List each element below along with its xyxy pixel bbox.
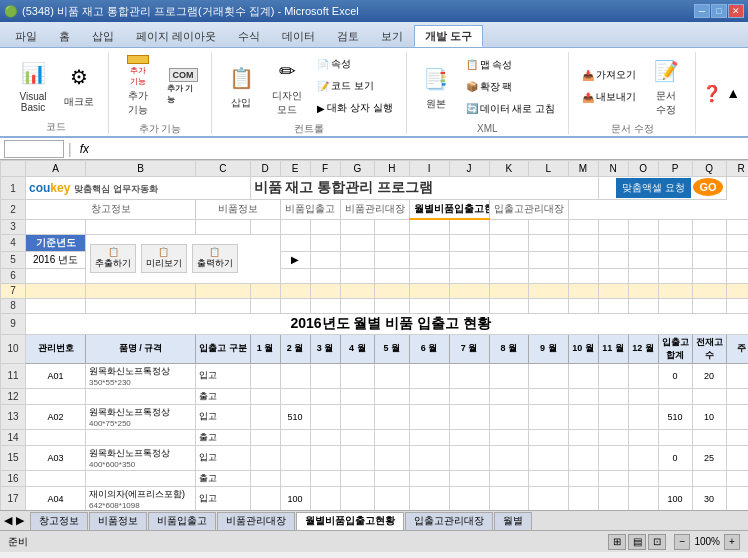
data-cell-r17-c15[interactable]: 100 — [658, 486, 692, 510]
cell-r8-c7[interactable] — [375, 298, 410, 313]
insert-control-button[interactable]: 📋 삽입 — [220, 59, 262, 113]
cell-r6-c12[interactable] — [658, 268, 692, 283]
data-cell-r14-c0[interactable] — [26, 429, 86, 445]
cell-r3-c4[interactable] — [280, 219, 310, 234]
data-cell-r17-c4[interactable]: 100 — [280, 486, 310, 510]
data-cell-r14-c3[interactable] — [250, 429, 280, 445]
cell-r3-c2[interactable] — [196, 219, 251, 234]
data-cell-r17-c7[interactable] — [375, 486, 410, 510]
match-request-button[interactable]: 맞춤액셀 요청 — [616, 178, 691, 198]
data-cell-r11-c14[interactable] — [628, 363, 658, 388]
cell-r8-c17[interactable] — [726, 298, 748, 313]
sheet-tab-월별비품입출고현황[interactable]: 월별비품입출고현황 — [296, 512, 404, 530]
data-cell-r12-c12[interactable] — [568, 388, 598, 404]
data-cell-r15-c8[interactable] — [409, 445, 449, 470]
row-number-15[interactable]: 15 — [1, 445, 26, 470]
data-cell-r17-c11[interactable] — [529, 486, 569, 510]
col-header-C[interactable]: C — [196, 161, 251, 177]
data-cell-r12-c6[interactable] — [340, 388, 375, 404]
cell-r3-c17[interactable] — [726, 219, 748, 234]
data-cell-r17-c12[interactable] — [568, 486, 598, 510]
cell-r8-c0[interactable] — [26, 298, 86, 313]
cell-r6-c7[interactable] — [489, 268, 529, 283]
col-header-K[interactable]: K — [489, 161, 529, 177]
ribbon-tab-검토[interactable]: 검토 — [326, 25, 370, 47]
data-cell-r12-c16[interactable] — [692, 388, 726, 404]
selected-cell-r7[interactable] — [280, 283, 310, 298]
data-cell-r16-c9[interactable] — [449, 470, 489, 486]
data-cell-r15-c13[interactable] — [598, 445, 628, 470]
data-cell-r11-c3[interactable] — [250, 363, 280, 388]
col-header-J[interactable]: J — [449, 161, 489, 177]
data-cell-r12-c10[interactable] — [489, 388, 529, 404]
map-props-button[interactable]: 📋 맵 속성 — [461, 55, 561, 75]
row-number-13[interactable]: 13 — [1, 404, 26, 429]
data-cell-r15-c12[interactable] — [568, 445, 598, 470]
cell-r3-c6[interactable] — [340, 219, 375, 234]
tab-scroll-left[interactable]: ◀ — [4, 514, 12, 527]
data-cell-r17-c2[interactable]: 입고 — [196, 486, 251, 510]
row-number-14[interactable]: 14 — [1, 429, 26, 445]
data-cell-r13-c10[interactable] — [489, 404, 529, 429]
zoom-in-button[interactable]: + — [724, 534, 740, 550]
data-cell-r15-c4[interactable] — [280, 445, 310, 470]
data-cell-r13-c4[interactable]: 510 — [280, 404, 310, 429]
data-cell-r13-c3[interactable] — [250, 404, 280, 429]
selected-cell-r7[interactable] — [409, 283, 449, 298]
data-cell-r11-c11[interactable] — [529, 363, 569, 388]
design-mode-button[interactable]: ✏ 디자인모드 — [266, 52, 308, 120]
data-cell-r17-c5[interactable] — [310, 486, 340, 510]
data-cell-r12-c2[interactable]: 출고 — [196, 388, 251, 404]
selected-cell-r7[interactable] — [86, 283, 196, 298]
com-button[interactable]: COM 추가 기능 — [163, 67, 203, 105]
data-cell-r11-c1[interactable]: 원목화신노프톡정상350*55*230 — [86, 363, 196, 388]
data-cell-r16-c11[interactable] — [529, 470, 569, 486]
data-cell-r14-c2[interactable]: 출고 — [196, 429, 251, 445]
data-cell-r13-c14[interactable] — [628, 404, 658, 429]
cell-r3-c16[interactable] — [692, 219, 726, 234]
cell-r3-c13[interactable] — [598, 219, 628, 234]
data-cell-r12-c0[interactable] — [26, 388, 86, 404]
selected-cell-r7[interactable] — [628, 283, 658, 298]
data-cell-r14-c17[interactable] — [726, 429, 748, 445]
row-number-10[interactable]: 10 — [1, 334, 26, 363]
data-cell-r13-c6[interactable] — [340, 404, 375, 429]
macro-button[interactable]: ⚙ 매크로 — [58, 58, 100, 112]
data-cell-r13-c9[interactable] — [449, 404, 489, 429]
addins-button[interactable]: 추가기능 추가기능 — [117, 52, 159, 120]
selected-cell-r7[interactable] — [489, 283, 529, 298]
data-cell-r16-c7[interactable] — [375, 470, 410, 486]
view-code-button[interactable]: 📝 코드 보기 — [312, 76, 398, 96]
nav-tab-비품정보[interactable]: 비품정보 — [196, 200, 281, 220]
cell-r6-c3[interactable] — [340, 268, 375, 283]
cell-r8-c9[interactable] — [449, 298, 489, 313]
data-cell-r16-c15[interactable] — [658, 470, 692, 486]
data-cell-r17-c0[interactable]: A04 — [26, 486, 86, 510]
nav-tab-입출고관리대장[interactable]: 입출고관리대장 — [489, 200, 568, 220]
data-cell-r13-c13[interactable] — [598, 404, 628, 429]
data-cell-r12-c5[interactable] — [310, 388, 340, 404]
maximize-button[interactable]: □ — [711, 4, 727, 18]
cell-r3-c5[interactable] — [310, 219, 340, 234]
data-cell-r11-c16[interactable]: 20 — [692, 363, 726, 388]
col-header-D[interactable]: D — [250, 161, 280, 177]
data-cell-r12-c1[interactable] — [86, 388, 196, 404]
ribbon-tab-개발 도구[interactable]: 개발 도구 — [414, 25, 483, 47]
selected-cell-r7[interactable] — [658, 283, 692, 298]
data-cell-r17-c9[interactable] — [449, 486, 489, 510]
doc-modify-button[interactable]: 📝 문서수정 — [645, 52, 687, 120]
cell-r8-c4[interactable] — [280, 298, 310, 313]
cell-r6-c8[interactable] — [529, 268, 569, 283]
cell-r8-c13[interactable] — [598, 298, 628, 313]
cell-r3-c11[interactable] — [529, 219, 569, 234]
data-cell-r16-c5[interactable] — [310, 470, 340, 486]
ribbon-tab-수식[interactable]: 수식 — [227, 25, 271, 47]
data-cell-r16-c3[interactable] — [250, 470, 280, 486]
data-cell-r15-c7[interactable] — [375, 445, 410, 470]
row-number-1[interactable]: 1 — [1, 177, 26, 200]
help-icon[interactable]: ❓ — [702, 84, 722, 103]
cell-r6-c2[interactable] — [310, 268, 340, 283]
cell-r8-c3[interactable] — [250, 298, 280, 313]
nav-tab-비품입출고[interactable]: 비품입출고 — [280, 200, 340, 220]
cell-r3-c8[interactable] — [409, 219, 449, 234]
